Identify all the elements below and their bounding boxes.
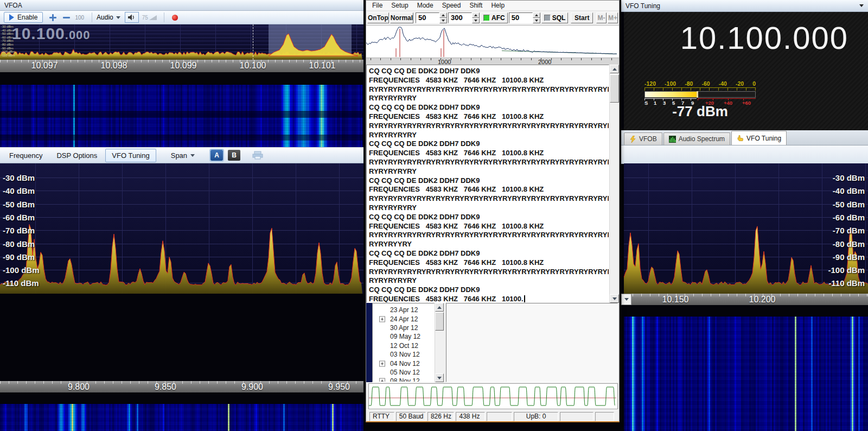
scroll-up-button[interactable] xyxy=(610,65,619,73)
scroll-down-button[interactable] xyxy=(621,294,631,305)
text-scrollbar[interactable] xyxy=(609,65,619,303)
ribbon-tab-vfo-tuning[interactable]: VFO Tuning xyxy=(105,149,156,162)
vfo-b-label: B xyxy=(232,151,237,159)
vfoa-frequency-axis[interactable]: 10.09710.09810.09910.10010.101 xyxy=(0,60,363,72)
baud-spinner[interactable]: 50 xyxy=(416,12,447,23)
db-label: -100 dBm xyxy=(828,265,865,275)
spin-down-button[interactable] xyxy=(439,18,447,23)
date-item[interactable]: 30 Apr 12 xyxy=(373,324,434,332)
audio-dropdown[interactable]: Audio xyxy=(97,14,120,21)
scroll-down-button[interactable] xyxy=(610,294,619,303)
record-button[interactable] xyxy=(172,15,178,21)
menu-speed[interactable]: Speed xyxy=(438,1,465,10)
scrollbar-thumb[interactable] xyxy=(610,74,619,103)
vfo-a-button[interactable]: A xyxy=(210,150,223,161)
afc-toggle[interactable]: AFC xyxy=(481,12,508,23)
vfo-b-button[interactable]: B xyxy=(228,150,240,161)
vfoa-spectrum[interactable]: 10.100.000 -30 dBm-40 dBm-50 dBm-60 dBm-… xyxy=(0,24,363,60)
main-spectrum-right[interactable]: -30 dBm-40 dBm-50 dBm-60 dBm-70 dBm-80 d… xyxy=(624,163,868,294)
squelch-spinner[interactable]: 50 xyxy=(509,12,540,23)
shift-spinner[interactable]: 300 xyxy=(448,12,480,23)
memory-plus-button[interactable]: M+ xyxy=(608,12,618,23)
date-item[interactable]: 04 Nov 12 xyxy=(373,359,434,367)
expand-plus-icon[interactable] xyxy=(379,378,385,382)
spin-up-icon xyxy=(442,14,445,16)
freq-label: 10.150 xyxy=(662,295,689,305)
start-button[interactable]: Start xyxy=(571,12,593,23)
date-item[interactable]: 08 Nov 12 xyxy=(373,377,434,382)
menu-help[interactable]: Help xyxy=(487,1,509,10)
scrollbar-thumb[interactable] xyxy=(435,312,444,331)
menu-shift[interactable]: Shift xyxy=(465,1,487,10)
spin-up-button[interactable] xyxy=(439,12,447,18)
expand-plus-icon[interactable] xyxy=(379,316,385,322)
date-item[interactable]: 24 Apr 12 xyxy=(373,314,434,323)
tab-vfob[interactable]: VFOB xyxy=(624,132,662,145)
date-item[interactable]: 05 Nov 12 xyxy=(373,368,434,377)
menu-setup[interactable]: Setup xyxy=(387,1,412,10)
decoded-line: FREQUENCIES 4583 KHZ 7646 KHZ 10100.8 KH… xyxy=(369,222,607,231)
s-meter-ticks xyxy=(644,87,756,91)
decoded-text-area[interactable]: CQ CQ CQ DE DDK2 DDH7 DDK9FREQUENCIES 45… xyxy=(366,65,609,303)
chevron-up-icon xyxy=(612,68,617,71)
signal-scope[interactable] xyxy=(368,383,618,409)
date-item[interactable]: 09 May 12 xyxy=(373,332,434,341)
squelch-value[interactable]: 50 xyxy=(509,12,533,23)
scroll-up-button[interactable] xyxy=(435,303,444,312)
expand-plus-icon[interactable] xyxy=(379,360,385,366)
decoded-line: RYRYRYRYRYRYRYRYRYRYRYRYRYRYRYRYRYRYRYRY… xyxy=(369,194,607,204)
decoded-line: RYRYRYRYRYRYRYRYRYRYRYRYRYRYRYRYRYRYRYRY… xyxy=(369,268,607,277)
zoom-in-icon[interactable] xyxy=(49,14,56,21)
frequency-readout[interactable]: 10.100.000 xyxy=(624,20,848,56)
date-item[interactable]: 03 Nov 12 xyxy=(373,350,434,359)
panel-menu-icon[interactable] xyxy=(859,4,864,7)
memory-minus-button[interactable]: M- xyxy=(596,12,607,23)
menu-file[interactable]: File xyxy=(368,1,387,10)
scroll-down-button[interactable] xyxy=(435,373,444,382)
vfoa-panel: VFOA Enable 100 Audio 75 xyxy=(0,0,363,431)
main-waterfall-right[interactable] xyxy=(624,316,868,431)
log-date-tree[interactable]: 23 Apr 1224 Apr 1230 Apr 1209 May 1212 O… xyxy=(372,303,435,382)
tab-vfo-tuning[interactable]: VFO Tuning xyxy=(731,131,787,145)
tuning-cursor[interactable] xyxy=(253,24,253,60)
span-dropdown[interactable]: Span xyxy=(165,149,201,162)
date-label: 12 Oct 12 xyxy=(390,342,418,350)
rtty-audio-spectrum[interactable] xyxy=(366,25,619,58)
spin-up-button[interactable] xyxy=(472,12,480,18)
volume-slider[interactable]: 75 xyxy=(142,15,157,21)
ontop-button[interactable]: OnTop xyxy=(367,12,389,23)
shift-value[interactable]: 300 xyxy=(448,12,472,23)
status-segment-5: UpB: 0 xyxy=(514,412,558,421)
vfo-tuning-title: VFO Tuning xyxy=(626,2,660,10)
printer-icon[interactable] xyxy=(252,151,263,160)
ribbon-tab-dsp-options[interactable]: DSP Options xyxy=(50,149,103,162)
decoded-line: CQ CQ CQ DE DDK2 DDH7 DDK9 xyxy=(369,67,607,76)
ribbon-tab-frequency[interactable]: Frequency xyxy=(3,149,48,162)
decoded-line: FREQUENCIES 4583 KHZ 7646 KHZ 10100.8 KH… xyxy=(369,76,607,85)
tree-scrollbar[interactable] xyxy=(435,303,444,382)
spin-down-button[interactable] xyxy=(533,18,540,23)
sql-toggle[interactable]: SQL xyxy=(541,12,569,23)
frequency-display[interactable]: 10.100.000 -120-100-80-60-40-200 S13579+… xyxy=(624,12,868,130)
zoom-out-icon[interactable] xyxy=(63,14,70,21)
frequency-axis-right[interactable]: 10.15010.200 xyxy=(624,294,868,305)
date-item[interactable]: 12 Oct 12 xyxy=(373,341,434,350)
main-waterfall-left[interactable] xyxy=(0,404,363,431)
baud-value[interactable]: 50 xyxy=(416,12,439,23)
frequency-axis-left[interactable]: 9.8009.8509.9009.950 xyxy=(0,381,363,392)
s-scale-line xyxy=(644,98,697,100)
spin-down-button[interactable] xyxy=(472,18,480,23)
decoded-line: RYRYRYRYRY xyxy=(369,131,607,140)
log-detail-pane[interactable] xyxy=(446,303,618,382)
mute-button[interactable] xyxy=(125,12,139,23)
normal-button[interactable]: Normal xyxy=(390,12,413,23)
spin-up-button[interactable] xyxy=(533,12,540,18)
enable-button[interactable]: Enable xyxy=(4,12,43,23)
tab-label: Audio Spectrum xyxy=(679,135,725,143)
tab-audio-spectrum[interactable]: Audio Spectrum xyxy=(663,132,730,145)
main-spectrum-left[interactable]: -30 dBm-40 dBm-50 dBm-60 dBm-70 dBm-80 d… xyxy=(0,163,363,294)
freq-label: 9.800 xyxy=(68,382,90,392)
db-label: -50 dBm xyxy=(3,199,35,208)
menu-mode[interactable]: Mode xyxy=(413,1,438,10)
date-item[interactable]: 23 Apr 12 xyxy=(373,306,434,314)
